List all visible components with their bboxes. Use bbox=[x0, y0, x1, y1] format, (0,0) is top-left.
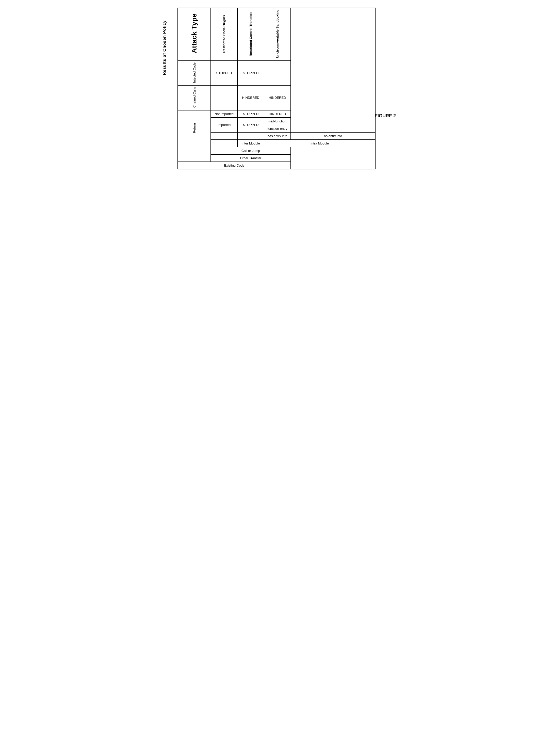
y-axis-label: Results of Chosen Policy bbox=[162, 20, 167, 75]
cell-injected-code: Injected Code bbox=[178, 61, 211, 85]
cell-other-transfer: Other Transfer bbox=[211, 154, 291, 162]
cell-intra-module: Intra Module bbox=[264, 140, 375, 147]
return-label: Return bbox=[192, 123, 196, 133]
header-us: Uncircumventable Sandboxing bbox=[264, 8, 291, 61]
existing-code-label: Existing Code bbox=[224, 163, 244, 167]
header-row: Attack Type Restricted Code Origins Rest… bbox=[178, 8, 375, 61]
not-imported-label: Not Imported bbox=[215, 112, 234, 116]
cell-no-entry-info-3: no entry info bbox=[291, 132, 375, 140]
has-entry-info-label: has entry info bbox=[267, 134, 287, 138]
cell-imported: Imported bbox=[211, 118, 237, 132]
cell-return: Return bbox=[178, 110, 211, 147]
cell-no-entry-info-2 bbox=[237, 132, 264, 140]
not-imported-us-value: HINDERED bbox=[269, 112, 286, 116]
attack-type-label: Attack Type bbox=[190, 13, 198, 53]
cell-not-imported-label: Not Imported bbox=[211, 110, 237, 118]
imported-label: Imported bbox=[218, 123, 231, 127]
cell-chained-calls: Chained Calls bbox=[178, 85, 211, 110]
row-injected-code: Injected Code STOPPED STOPPED bbox=[178, 61, 375, 85]
cell-return-placeholder bbox=[211, 140, 237, 147]
chained-calls-label: Chained Calls bbox=[192, 87, 196, 108]
figure-label: FIGURE 2 bbox=[375, 113, 396, 119]
intra-module-label: Intra Module bbox=[311, 141, 329, 145]
imported-rct-value: STOPPED bbox=[243, 123, 259, 127]
cell-has-entry-info: has entry info bbox=[264, 132, 291, 140]
header-rct: Restricted Control Transfers bbox=[237, 8, 264, 61]
mid-function-label: mid-function bbox=[268, 119, 287, 123]
row-return: Return Not Imported STOPPED HINDERED bbox=[178, 110, 375, 118]
cell-not-imported-rct: STOPPED bbox=[237, 110, 264, 118]
cell-not-imported-us: HINDERED bbox=[264, 110, 291, 118]
cell-injected-rct: STOPPED bbox=[237, 61, 264, 85]
cell-imported-rct: STOPPED bbox=[237, 118, 264, 132]
cell-no-entry-info-1 bbox=[211, 132, 237, 140]
injected-rct-value: STOPPED bbox=[243, 71, 259, 75]
chained-rct-value: HINDERED bbox=[242, 96, 259, 99]
header-rco: Restricted Code Origins bbox=[211, 8, 237, 61]
cell-call-or-jump: Call or Jump bbox=[211, 147, 291, 154]
no-entry-info-label: no entry info bbox=[324, 134, 342, 138]
cell-inter-module: Inter Module bbox=[237, 140, 264, 147]
page-container: Results of Chosen Policy FIGURE 2 Attack… bbox=[177, 8, 376, 169]
function-entry-label: function-entry bbox=[267, 127, 288, 131]
header-attack-type: Attack Type bbox=[178, 8, 211, 61]
cell-existing-code-placeholder bbox=[178, 147, 211, 162]
cell-injected-us bbox=[264, 61, 291, 85]
call-or-jump-label: Call or Jump bbox=[241, 149, 260, 153]
injected-rco-value: STOPPED bbox=[216, 71, 232, 75]
rct-label: Restricted Control Transfers bbox=[249, 12, 253, 56]
cell-chained-us: HINDERED bbox=[264, 85, 291, 110]
cell-chained-rco bbox=[211, 85, 237, 110]
not-imported-rct-value: STOPPED bbox=[243, 112, 259, 116]
row-chained-calls: Chained Calls HINDERED HINDERED bbox=[178, 85, 375, 110]
injected-code-label: Injected Code bbox=[192, 63, 196, 83]
cell-injected-rco: STOPPED bbox=[211, 61, 237, 85]
cell-function-entry: function-entry bbox=[264, 125, 291, 132]
cell-existing-code: Existing Code bbox=[178, 162, 291, 169]
other-transfer-label: Other Transfer bbox=[240, 156, 261, 160]
rco-label: Restricted Code Origins bbox=[222, 15, 226, 53]
cell-mid-function: mid-function bbox=[264, 118, 291, 125]
chained-us-value: HINDERED bbox=[269, 96, 286, 99]
cell-chained-rct: HINDERED bbox=[237, 85, 264, 110]
us-label: Uncircumventable Sandboxing bbox=[275, 10, 279, 58]
row-existing-code: Existing Code bbox=[178, 162, 375, 169]
row-call-or-jump: Call or Jump bbox=[178, 147, 375, 154]
main-table: Attack Type Restricted Code Origins Rest… bbox=[177, 8, 376, 169]
inter-module-label: Inter Module bbox=[241, 141, 260, 145]
